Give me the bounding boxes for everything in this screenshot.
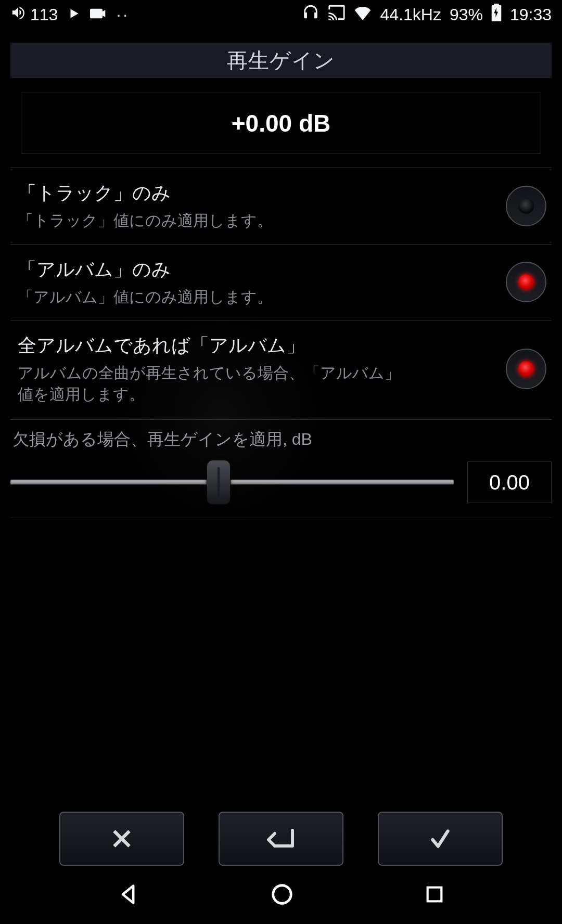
option-title: 全アルバムであれば「アルバム」: [18, 333, 506, 358]
option-title: 「トラック」のみ: [18, 181, 506, 206]
cancel-button[interactable]: [59, 812, 184, 866]
option-title: 「アルバム」のみ: [18, 257, 506, 283]
slider-label: 欠損がある場合、再生ゲインを適用, dB: [12, 428, 552, 451]
slider-value-text: 0.00: [489, 471, 530, 494]
option-subtitle: 「トラック」値にのみ適用します。: [18, 210, 403, 232]
slider-track: [10, 480, 454, 485]
option-row-track-only[interactable]: 「トラック」のみ 「トラック」値にのみ適用します。: [10, 168, 552, 244]
confirm-button[interactable]: [378, 812, 503, 866]
battery-charging-icon: [491, 4, 502, 25]
nav-recents-button[interactable]: [424, 884, 445, 907]
sample-rate: 44.1kHz: [380, 5, 441, 24]
fallback-gain-slider[interactable]: [10, 467, 454, 498]
slider-value-box[interactable]: 0.00: [467, 461, 552, 503]
dialog-title: 再生ゲイン: [227, 46, 335, 75]
nav-back-button[interactable]: [117, 883, 140, 908]
gain-value-display[interactable]: +0.00 dB: [21, 93, 541, 154]
option-subtitle: アルバムの全曲が再生されている場合、「アルバム」値を適用します。: [18, 363, 403, 405]
system-nav-bar: [0, 867, 562, 924]
svg-point-0: [273, 886, 291, 904]
gain-value-text: +0.00 dB: [232, 109, 331, 137]
option-row-album-if-full[interactable]: 全アルバムであれば「アルバム」 アルバムの全曲が再生されている場合、「アルバム」…: [10, 320, 552, 417]
battery-percent: 93%: [450, 5, 483, 24]
radio-album-if-full[interactable]: [506, 349, 546, 389]
reset-button[interactable]: [219, 812, 343, 866]
fallback-gain-section: 欠損がある場合、再生ゲインを適用, dB 0.00: [10, 419, 552, 518]
more-icon: ··: [116, 5, 130, 24]
volume-icon: [10, 5, 26, 24]
headphones-icon: [302, 4, 320, 25]
cast-icon: [328, 5, 346, 24]
dialog-header: 再生ゲイン: [10, 43, 552, 78]
volume-level: 113: [30, 5, 58, 24]
play-icon: [67, 5, 81, 24]
nav-home-button[interactable]: [270, 882, 294, 908]
clock: 19:33: [510, 5, 552, 24]
video-icon: [90, 5, 107, 24]
radio-album-only[interactable]: [506, 262, 546, 302]
radio-track-only[interactable]: [506, 186, 546, 226]
dialog-buttons: [0, 812, 562, 866]
status-bar: 113 ·· 44.1kHz 93% 19:33: [10, 0, 552, 29]
wifi-icon: [354, 5, 372, 24]
slider-thumb[interactable]: [207, 460, 231, 505]
svg-rect-1: [428, 888, 442, 902]
option-row-album-only[interactable]: 「アルバム」のみ 「アルバム」値にのみ適用します。: [10, 244, 552, 320]
option-subtitle: 「アルバム」値にのみ適用します。: [18, 287, 403, 308]
